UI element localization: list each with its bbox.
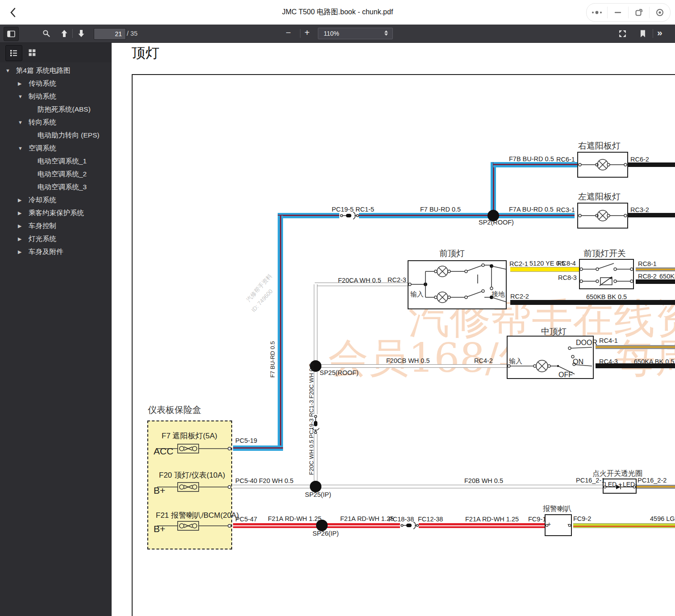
wire-f21a-label-1: F21A RD-WH 1.25 (268, 515, 321, 522)
target-icon (655, 8, 664, 17)
wire-f7-blue-main (278, 213, 575, 218)
next-page-button[interactable] (74, 27, 88, 40)
sidebar-toggle-icon (7, 29, 16, 38)
outline-item[interactable]: ▼制动系统 (0, 92, 112, 101)
triangle-collapsed-icon[interactable]: ▶ (18, 208, 29, 217)
minimize-button[interactable] (607, 7, 628, 18)
bookmark-button[interactable] (636, 27, 650, 40)
mid-dome-door-label: DOOR (576, 339, 597, 347)
triangle-collapsed-icon[interactable]: ▶ (18, 247, 29, 256)
record-target-button[interactable] (649, 7, 670, 18)
outline-item-label: 制动系统 (29, 92, 56, 101)
restore-window-button[interactable] (628, 7, 649, 18)
outline-item[interactable]: 防抱死系统(ABS) (0, 105, 112, 114)
outline-item[interactable]: 电动空调系统_1 (0, 157, 112, 166)
zoom-level-select[interactable]: 110% (318, 28, 393, 39)
outline-view-button[interactable] (5, 45, 22, 61)
wire-f20cb-white (317, 364, 507, 368)
zoom-level-value: 110% (324, 30, 339, 37)
mid-dome-off-label: OFF (558, 371, 573, 379)
pin-rc4-2: RC4-2 (474, 357, 493, 364)
triangle-collapsed-icon[interactable]: ▶ (18, 196, 29, 204)
outline-item[interactable]: 电动助力转向 (EPS) (0, 131, 112, 140)
search-button[interactable] (39, 27, 54, 40)
conn-pc19-5-rc1-5-label: PC19-5 RC1-5 (332, 206, 374, 213)
outline-item-label: 防抱死系统(ABS) (38, 105, 91, 114)
outline-item[interactable]: ▶乘客约束保护系统 (0, 208, 112, 217)
outline-list-icon (9, 49, 18, 58)
fuse-f20-label: F20 顶灯/仪表(10A) (159, 470, 225, 480)
triangle-collapsed-icon[interactable]: ▶ (18, 234, 29, 243)
triangle-expanded-icon[interactable]: ▼ (18, 144, 29, 153)
outline-item[interactable]: ▶冷却系统 (0, 196, 112, 204)
fuse-f7-acc-label: ACC (154, 446, 173, 457)
pin-rc4-3: RC4-3 (599, 358, 618, 365)
outline-item[interactable]: 电动空调系统_3 (0, 183, 112, 191)
fuse-f20-icon (157, 483, 231, 491)
lamp-icon (578, 204, 627, 228)
outline-item[interactable]: ▼转向系统 (0, 118, 112, 127)
previous-page-button[interactable] (57, 27, 71, 40)
wire-650kb-label: 650KB BK 0.5 (586, 293, 627, 300)
fullscreen-icon (618, 29, 627, 38)
window-controls (586, 3, 671, 22)
pin-rc8-1: RC8-1 (638, 260, 657, 267)
fuse-f21-label: F21 报警喇叭/BCM(20A) (156, 510, 239, 520)
toggle-sidebar-button[interactable] (4, 27, 19, 41)
pin-rc8-3: RC8-3 (558, 274, 577, 281)
zoom-in-button[interactable]: + (304, 28, 310, 38)
pin-pc16-2-1: PC16_2-1 (576, 477, 605, 484)
pin-rc8-4: RC8-4 (557, 260, 576, 267)
triangle-expanded-icon[interactable]: ▼ (18, 118, 29, 127)
wire-pc16-2-2-gray-orange (636, 485, 675, 489)
wire-f7-vertical-label: F7 BU-RD 0.5 (269, 341, 276, 378)
mid-dome-on-label: ON (573, 358, 583, 366)
zoom-out-button[interactable]: − (286, 28, 291, 38)
fuse-f21-icon (157, 521, 231, 530)
pin-rc6-1: RC6-1 (556, 156, 575, 163)
restore-icon (634, 8, 643, 17)
front-dome-switch-box (579, 259, 634, 289)
outline-item[interactable]: ▶车身控制 (0, 221, 112, 230)
wire-f20c-vertical-label: F20C WH 0.5 PC19-3 RC1-3 F20C WH 0.5 (308, 363, 315, 475)
ignition-led-plus-label: LED + (604, 481, 622, 488)
pin-rc2-3: RC2-3 (388, 276, 406, 283)
pin-pc5-40: PC5-40 (235, 477, 257, 484)
outline-item[interactable]: ▼空调系统 (0, 144, 112, 153)
wire-4596-green (573, 523, 675, 528)
arrow-down-icon (77, 29, 86, 38)
dome-switch-title: 前顶灯开关 (583, 248, 626, 259)
conn-fc12-38-label: FC12-38 (418, 516, 443, 523)
page-title: 顶灯 (132, 44, 159, 62)
arrow-up-icon (60, 29, 69, 38)
outline-item[interactable]: ▶灯光系统 (0, 234, 112, 243)
outline-item[interactable]: 电动空调系统_2 (0, 170, 112, 179)
wire-rc3-2-black (628, 213, 675, 217)
pin-pc16-2-2: PC16_2-2 (638, 477, 667, 484)
lamp-icon (578, 153, 627, 177)
page-number-input[interactable] (94, 28, 126, 40)
pin-rc6-2: RC6-2 (630, 156, 649, 163)
front-dome-circuit-icon (408, 261, 506, 308)
outline-item-label: 空调系统 (29, 144, 56, 153)
outline-item-label: 冷却系统 (29, 196, 56, 204)
wire-650kb-black (510, 300, 675, 305)
outline-item[interactable]: ▶车身及附件 (0, 247, 112, 256)
pin-rc2-2: RC2-2 (510, 293, 529, 300)
presentation-mode-button[interactable] (615, 27, 629, 40)
triangle-expanded-icon[interactable]: ▼ (18, 92, 29, 101)
outline-item[interactable]: ▼第4篇 系统电路图 (0, 66, 112, 75)
triangle-collapsed-icon[interactable]: ▶ (18, 79, 29, 88)
front-dome-title: 前顶灯 (439, 248, 465, 259)
outline-item[interactable]: ▶传动系统 (0, 79, 112, 88)
more-menu-button[interactable] (587, 7, 607, 18)
triangle-collapsed-icon[interactable]: ▶ (18, 221, 29, 230)
conn-pc18-38-label: PC18-38 (388, 516, 414, 523)
thumbnails-view-button[interactable] (24, 45, 40, 60)
toolbar-separator-2 (300, 29, 300, 38)
wire-f21a-label-3: F21A RD-WH 1.25 (465, 516, 519, 523)
triangle-expanded-icon[interactable]: ▼ (5, 66, 16, 75)
pin-fc9-1: FC9-1 (528, 516, 546, 523)
front-dome-ground-label: 接地 (492, 290, 505, 299)
more-tools-button[interactable]: » (657, 27, 662, 38)
